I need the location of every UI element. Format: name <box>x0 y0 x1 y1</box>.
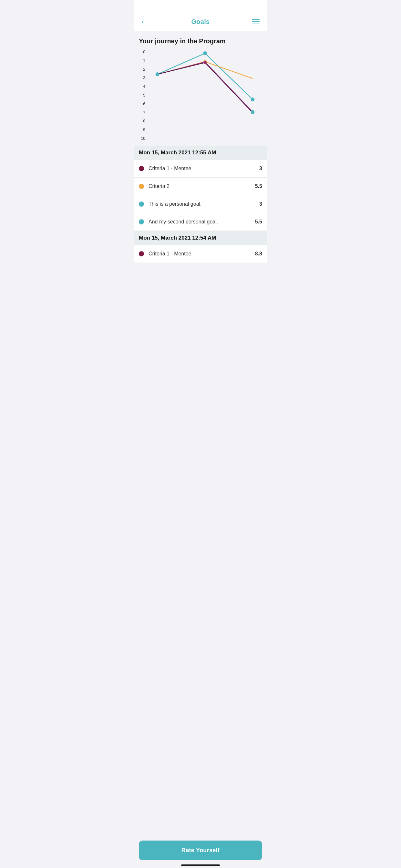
list-item: Criteria 1 - Mentee 3 <box>134 160 267 178</box>
data-section: Mon 15, March 2021 12:55 AM Criteria 1 -… <box>134 146 267 262</box>
y-label-10: 10 <box>141 136 145 141</box>
item-value: 5.5 <box>255 219 262 225</box>
menu-button[interactable] <box>249 19 259 24</box>
chart-plot <box>148 50 262 141</box>
dot-teal-end <box>251 97 255 101</box>
menu-line-2 <box>252 21 259 22</box>
item-label: Criteria 2 <box>149 183 255 189</box>
chart-section: Your journey in the Program 10 9 8 7 6 5… <box>134 31 267 146</box>
list-item: Criteria 2 5.5 <box>134 178 267 195</box>
y-label-9: 9 <box>143 128 145 132</box>
item-value: 3 <box>259 201 262 207</box>
y-label-3: 3 <box>143 76 145 80</box>
header: ‹ Goals <box>134 0 267 31</box>
list-item: This is a personal goal. 3 <box>134 195 267 213</box>
page-title: Goals <box>191 18 210 26</box>
dot-orange-1 <box>139 184 144 189</box>
y-label-8: 8 <box>143 119 145 123</box>
dot-crimson-2 <box>139 251 144 256</box>
item-label: Criteria 1 - Mentee <box>149 251 255 257</box>
back-button[interactable]: ‹ <box>142 18 152 26</box>
dot-purple-mid <box>204 61 207 64</box>
dot-teal2-1 <box>139 219 144 224</box>
y-label-5: 5 <box>143 93 145 97</box>
item-value: 5.5 <box>255 183 262 189</box>
dot-teal-1 <box>139 202 144 207</box>
chart-container: 10 9 8 7 6 5 4 3 2 1 0 <box>139 50 262 141</box>
dot-crimson-1 <box>139 166 144 171</box>
chart-y-axis: 10 9 8 7 6 5 4 3 2 1 0 <box>139 50 148 141</box>
date-header-2: Mon 15, March 2021 12:54 AM <box>134 231 267 245</box>
list-item: Criteria 1 - Mentee 8.8 <box>134 245 267 262</box>
orange-line <box>158 62 253 79</box>
date-header-1: Mon 15, March 2021 12:55 AM <box>134 146 267 160</box>
item-label: And my second personal goal. <box>149 219 255 225</box>
item-value: 8.8 <box>255 251 262 257</box>
menu-line-3 <box>252 24 259 24</box>
dot-teal-start <box>156 72 159 76</box>
y-label-1: 1 <box>143 59 145 63</box>
chart-svg <box>148 50 262 141</box>
list-item: And my second personal goal. 5.5 <box>134 213 267 231</box>
y-label-0: 0 <box>143 50 145 54</box>
dot-teal2-end <box>251 110 255 114</box>
item-label: Criteria 1 - Mentee <box>149 166 259 172</box>
item-label: This is a personal goal. <box>149 201 259 207</box>
dot-teal-mid <box>203 51 207 55</box>
y-label-2: 2 <box>143 67 145 71</box>
y-label-6: 6 <box>143 102 145 106</box>
chart-title: Your journey in the Program <box>139 37 262 45</box>
y-label-4: 4 <box>143 85 145 89</box>
main-content: Your journey in the Program 10 9 8 7 6 5… <box>134 31 267 295</box>
purple-line <box>158 62 253 112</box>
y-label-7: 7 <box>143 111 145 115</box>
item-value: 3 <box>259 166 262 172</box>
menu-line-1 <box>252 19 259 20</box>
